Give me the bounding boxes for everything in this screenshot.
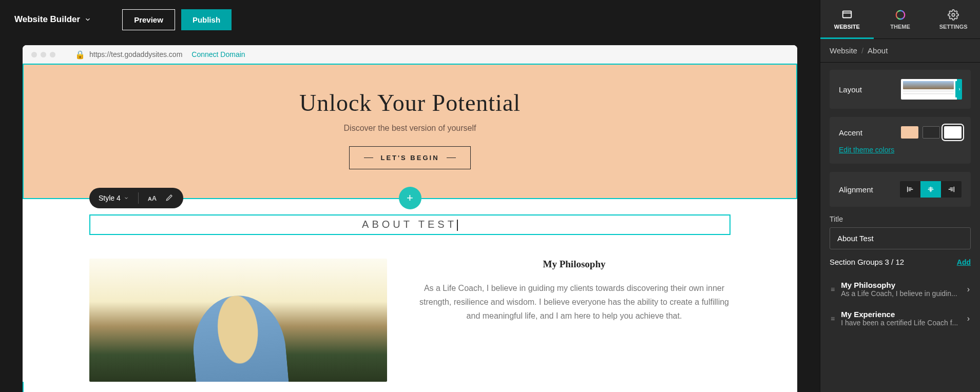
chevron-right-icon (957, 79, 962, 100)
theme-icon (895, 9, 906, 21)
add-section-button[interactable]: + (399, 187, 421, 209)
chevron-right-icon: › (967, 314, 970, 323)
hero-cta-button[interactable]: LET'S BEGIN (349, 146, 470, 169)
text-cursor (457, 220, 458, 231)
section-groups-label: Section Groups 3 / 12 (830, 258, 904, 266)
hero-subtitle[interactable]: Discover the best version of yourself (24, 124, 796, 133)
title-input[interactable] (830, 227, 971, 249)
section-group-item[interactable]: ≡ My Philosophy As a Life Coach, I belie… (830, 275, 971, 304)
about-section[interactable]: Style 4 ᴀA ABOUT TEST My Philosophy As a… (23, 199, 797, 382)
svg-point-5 (896, 10, 905, 19)
align-center-button[interactable] (920, 181, 941, 198)
about-image[interactable] (89, 259, 387, 382)
accent-swatch-dark[interactable] (923, 126, 940, 139)
drag-handle-icon[interactable]: ≡ (831, 315, 835, 323)
traffic-light-min (41, 52, 46, 57)
about-body-text[interactable]: As a Life Coach, I believe in guiding my… (418, 281, 731, 323)
add-group-link[interactable]: Add (957, 258, 971, 266)
font-size-button[interactable]: ᴀA (148, 194, 157, 202)
section-group-item[interactable]: ≡ My Experience I have been a certified … (830, 304, 971, 333)
brand-label: Website Builder (14, 14, 80, 25)
alignment-label: Alignment (839, 185, 873, 194)
svg-point-6 (952, 13, 955, 16)
drag-handle-icon[interactable]: ≡ (831, 285, 835, 293)
chevron-right-icon: › (967, 285, 970, 294)
align-right-button[interactable] (941, 181, 962, 198)
accent-swatch-peach[interactable] (901, 126, 918, 139)
brand-dropdown[interactable]: Website Builder (14, 14, 91, 25)
preview-button[interactable]: Preview (122, 9, 175, 30)
about-heading-input[interactable]: ABOUT TEST (89, 214, 731, 235)
hero-section[interactable]: Unlock Your Potential Discover the best … (23, 64, 797, 199)
tab-settings[interactable]: SETTINGS (927, 0, 980, 38)
connect-domain-link[interactable]: Connect Domain (191, 50, 245, 58)
layout-label: Layout (839, 85, 862, 94)
accent-swatch-white[interactable] (944, 126, 962, 139)
traffic-light-max (50, 52, 55, 57)
about-section-title[interactable]: My Philosophy (418, 259, 731, 270)
style-dropdown[interactable]: Style 4 (99, 194, 129, 202)
traffic-light-close (31, 52, 37, 57)
chevron-down-icon (124, 195, 129, 201)
tab-theme[interactable]: THEME (874, 0, 927, 38)
style-toolbar: Style 4 ᴀA (89, 188, 183, 208)
browser-address-bar: 🔒 https://test.godaddysites.com Connect … (23, 45, 797, 64)
edit-theme-colors-link[interactable]: Edit theme colors (839, 146, 894, 154)
svg-rect-3 (843, 11, 852, 17)
breadcrumb-current: About (868, 46, 888, 55)
hero-title[interactable]: Unlock Your Potential (24, 89, 796, 116)
url-text: https://test.godaddysites.com (89, 50, 182, 58)
accent-label: Accent (839, 128, 862, 137)
breadcrumb-root[interactable]: Website (830, 46, 857, 55)
breadcrumb: Website / About (820, 39, 980, 63)
lock-icon: 🔒 (75, 50, 85, 60)
publish-button[interactable]: Publish (181, 9, 232, 30)
tab-website[interactable]: WEBSITE (820, 0, 874, 38)
title-field-label: Title (830, 215, 971, 223)
chevron-down-icon (84, 16, 91, 23)
layout-picker[interactable] (901, 79, 962, 100)
color-picker-button[interactable] (166, 193, 174, 203)
website-icon (841, 9, 853, 21)
align-left-button[interactable] (900, 181, 920, 198)
gear-icon (948, 9, 959, 21)
